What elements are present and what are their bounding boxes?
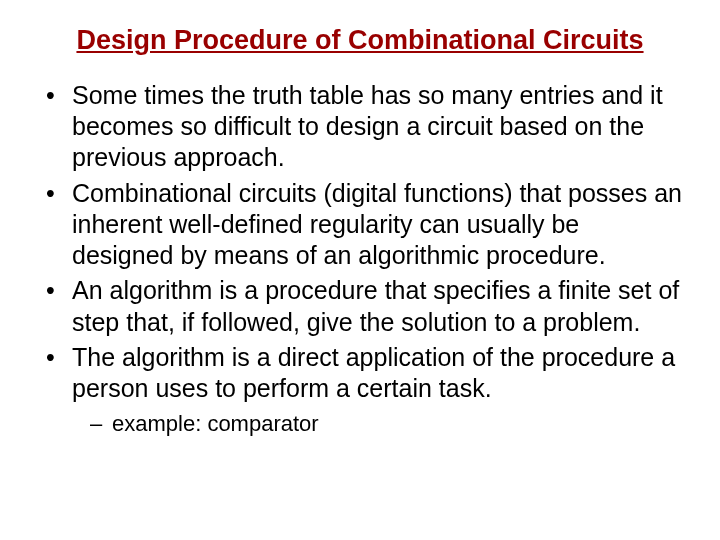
bullet-item: Combinational circuits (digital function…: [44, 178, 684, 272]
sub-bullet-item: example: comparator: [90, 410, 684, 439]
bullet-item: Some times the truth table has so many e…: [44, 80, 684, 174]
slide: Design Procedure of Combinational Circui…: [0, 0, 720, 540]
bullet-item: An algorithm is a procedure that specifi…: [44, 275, 684, 338]
bullet-text: The algorithm is a direct application of…: [72, 343, 675, 402]
slide-title: Design Procedure of Combinational Circui…: [36, 24, 684, 58]
sub-bullet-list: example: comparator: [72, 410, 684, 439]
bullet-item: The algorithm is a direct application of…: [44, 342, 684, 439]
bullet-list: Some times the truth table has so many e…: [36, 80, 684, 439]
